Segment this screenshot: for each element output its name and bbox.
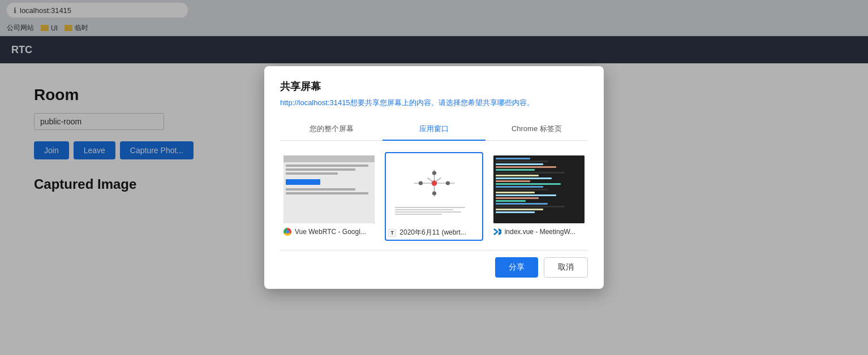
svg-point-2 [418,181,422,185]
thumb-name-2: 2020年6月11 (webrt... [399,228,466,237]
thumb-img-2 [388,155,479,223]
dialog-footer: 分享 取消 [280,250,588,278]
modal-overlay: 共享屏幕 http://localhost:31415想要共享您屏幕上的内容。请… [0,0,868,355]
svg-point-3 [445,181,449,185]
cancel-button[interactable]: 取消 [544,257,588,278]
thumb-label-3: index.vue - MeetingW... [493,228,585,236]
tab-window[interactable]: 应用窗口 [383,119,485,141]
dialog-title: 共享屏幕 [280,80,588,93]
svg-point-4 [432,171,436,175]
tab-screen[interactable]: 您的整个屏幕 [280,119,383,141]
svg-line-8 [435,178,441,181]
thumbnail-vscode[interactable]: index.vue - MeetingW... [490,152,588,241]
tab-chrome[interactable]: Chrome 标签页 [485,119,588,141]
window-thumbnails: Vue WebRTC - Googl... [280,150,588,250]
svg-line-7 [427,178,433,181]
chrome-favicon-1 [283,228,291,236]
dialog-tabs: 您的整个屏幕 应用窗口 Chrome 标签页 [280,119,588,141]
text-favicon-2: T [388,229,396,237]
thumb-label-2: T 2020年6月11 (webrt... [388,228,479,237]
thumb-name-1: Vue WebRTC - Googl... [295,228,366,236]
thumbnail-document[interactable]: T 2020年6月11 (webrt... [385,152,483,241]
share-screen-dialog: 共享屏幕 http://localhost:31415想要共享您屏幕上的内容。请… [264,66,604,289]
thumb-img-1 [283,155,375,223]
thumbnail-vue-webrtc[interactable]: Vue WebRTC - Googl... [280,152,378,241]
thumb-label-1: Vue WebRTC - Googl... [283,228,375,236]
share-button[interactable]: 分享 [495,257,538,278]
thumb-name-3: index.vue - MeetingW... [505,228,575,236]
svg-point-5 [432,191,436,195]
thumb-img-3 [493,155,585,223]
vscode-favicon-3 [493,228,501,236]
dialog-description: http://localhost:31415想要共享您屏幕上的内容。请选择您希望… [280,98,588,108]
